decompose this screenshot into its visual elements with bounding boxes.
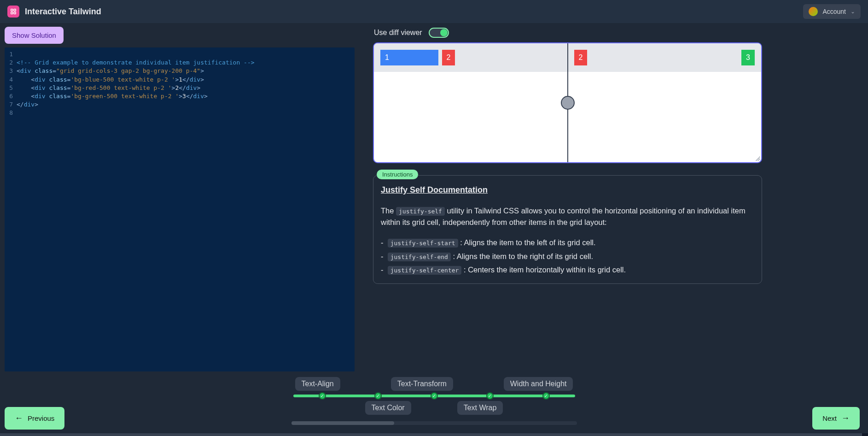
progress-step[interactable]: Text-Align [295, 377, 340, 391]
app-header: Interactive Tailwind Account ⌄ [0, 0, 868, 23]
instructions-title: Justify Self Documentation [381, 184, 754, 197]
toggle-knob [440, 29, 448, 36]
window-scrollbar[interactable] [0, 433, 868, 436]
next-button[interactable]: Next → [812, 407, 860, 430]
arrow-right-icon: → [841, 413, 850, 423]
progress-labels-top: Text-AlignText-TransformWidth and Height [291, 377, 577, 391]
progress-step[interactable]: Text-Transform [391, 377, 453, 391]
instructions-list-item: - justify-self-end : Aligns the item to … [381, 251, 754, 263]
code-editor[interactable]: 12<!-- Grid example to demonstrate indiv… [5, 47, 355, 371]
instructions-panel[interactable]: Justify Self Documentation The justify-s… [373, 175, 762, 284]
progress-labels-bottom: Text ColorText Wrap [291, 401, 577, 415]
preview-panel: 1 2 2 3 [373, 42, 762, 163]
progress-bar: ✓ ✓ ✓ ✓ ✓ [293, 395, 575, 397]
progress-scrollbar-thumb [291, 421, 394, 425]
preview-box-2: 2 [442, 50, 455, 65]
check-icon: ✓ [374, 392, 382, 400]
account-menu[interactable]: Account ⌄ [803, 4, 861, 19]
diff-toggle-row: Use diff viewer [373, 27, 762, 39]
diff-handle[interactable] [561, 96, 575, 110]
progress-step[interactable]: Width and Height [504, 377, 573, 391]
check-icon: ✓ [319, 392, 326, 400]
account-label: Account [822, 8, 846, 15]
instructions-badge: Instructions [377, 170, 418, 179]
progress-dots: ✓ ✓ ✓ ✓ ✓ [293, 395, 575, 397]
preview-box-2b: 2 [574, 50, 588, 65]
check-icon: ✓ [486, 392, 494, 400]
check-icon: ✓ [542, 392, 550, 400]
brand-title: Interactive Tailwind [25, 7, 101, 17]
chevron-down-icon: ⌄ [851, 8, 855, 15]
main-area: Show Solution 12<!-- Grid example to dem… [0, 23, 868, 375]
arrow-left-icon: ← [15, 413, 23, 423]
code-pill: justify-self [396, 207, 445, 216]
preview-box-1: 1 [380, 50, 438, 65]
check-icon: ✓ [431, 392, 438, 400]
diff-label: Use diff viewer [374, 29, 422, 37]
lesson-progress: Text-AlignText-TransformWidth and Height… [291, 377, 577, 425]
resize-grip-icon[interactable] [755, 156, 760, 161]
progress-step[interactable]: Text Wrap [457, 401, 503, 415]
editor-column: Show Solution 12<!-- Grid example to dem… [5, 27, 355, 371]
code-pill: justify-self-end [388, 253, 451, 261]
instructions-list-item: - justify-self-start : Aligns the item t… [381, 237, 754, 249]
code-pill: justify-self-center [388, 266, 462, 275]
instructions-list-item: - justify-self-center : Centers the item… [381, 264, 754, 276]
svg-rect-3 [14, 12, 16, 14]
previous-button[interactable]: ← Previous [5, 407, 64, 430]
preview-box-3: 3 [741, 50, 755, 65]
svg-rect-1 [14, 9, 16, 11]
instructions-section: Instructions Justify Self Documentation … [373, 175, 762, 284]
footer: Text-AlignText-TransformWidth and Height… [0, 375, 868, 436]
code-pill: justify-self-start [388, 239, 458, 247]
show-solution-button[interactable]: Show Solution [5, 27, 64, 44]
preview-left-pane: 1 2 [374, 43, 568, 162]
progress-step[interactable]: Text Color [365, 401, 411, 415]
progress-scrollbar[interactable] [291, 421, 577, 425]
instructions-list: - justify-self-start : Aligns the item t… [381, 237, 754, 276]
instructions-intro: The justify-self utility in Tailwind CSS… [381, 205, 754, 229]
diff-toggle[interactable] [429, 28, 449, 38]
preview-right-pane: 2 3 [568, 43, 762, 162]
preview-column: Use diff viewer 1 2 2 3 [373, 27, 762, 371]
brand: Interactive Tailwind [7, 6, 101, 18]
avatar-icon [809, 7, 818, 16]
svg-rect-2 [11, 12, 13, 14]
logo-icon [7, 6, 19, 18]
svg-rect-0 [11, 9, 13, 11]
